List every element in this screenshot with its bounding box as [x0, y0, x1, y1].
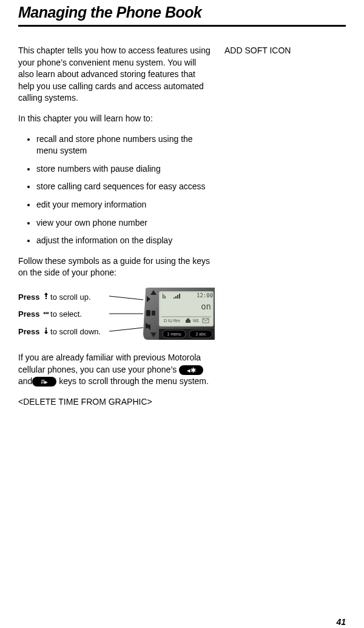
- svg-text:1 menu: 1 menu: [167, 332, 181, 336]
- svg-text:D IU Rm: D IU Rm: [164, 319, 180, 323]
- svg-line-6: [109, 328, 143, 331]
- phone-illustration: 12:00 on D IU Rm NS 1: [143, 288, 216, 342]
- scroll-up-icon: [42, 292, 50, 303]
- svg-rect-2: [47, 312, 49, 314]
- svg-rect-19: [174, 297, 175, 299]
- follow-symbols-paragraph: Follow these symbols as a guide for usin…: [18, 255, 212, 279]
- press-label: Press: [18, 309, 39, 320]
- list-item: store calling card sequences for easy ac…: [36, 181, 212, 193]
- svg-rect-3: [46, 328, 47, 329]
- diagram-row-up: Press to scroll up.: [18, 292, 109, 303]
- after-text-a: If you are already familiar with previou…: [18, 353, 201, 374]
- intro-paragraph-1: This chapter tells you how to access fea…: [18, 45, 212, 104]
- after-diagram-paragraph: If you are already familiar with previou…: [18, 352, 212, 388]
- svg-rect-17: [164, 295, 164, 299]
- scroll-down-icon: [42, 327, 50, 337]
- svg-text:2 abc: 2 abc: [195, 332, 206, 336]
- list-item: store numbers with pause dialing: [36, 163, 212, 175]
- after-text-b: keys to scroll through the menu system.: [56, 376, 209, 386]
- select-dot-icon: [42, 309, 50, 320]
- intro-paragraph-2: In this chapter you will learn how to:: [18, 113, 212, 125]
- star-key-icon: ◂✱: [179, 365, 203, 375]
- svg-rect-16: [163, 294, 163, 299]
- list-item: adjust the information on the display: [36, 235, 212, 247]
- svg-text:12:00: 12:00: [197, 292, 213, 299]
- svg-rect-0: [46, 298, 47, 299]
- svg-rect-1: [46, 312, 47, 314]
- svg-rect-22: [179, 294, 180, 299]
- list-item: edit your memory information: [36, 199, 212, 211]
- diagram-row-down: Press to scroll down.: [18, 327, 109, 337]
- svg-text:NS: NS: [193, 319, 199, 323]
- svg-rect-20: [175, 296, 177, 299]
- list-item: recall and store phone numbers using the…: [36, 133, 212, 157]
- diagram-text: to scroll up.: [50, 292, 90, 303]
- page-number: 41: [336, 617, 346, 627]
- side-note: ADD SOFT ICON: [224, 45, 346, 416]
- diagram-text: to select.: [50, 309, 82, 320]
- list-item: view your own phone number: [36, 217, 212, 229]
- svg-line-4: [109, 296, 143, 300]
- diagram-row-select: Press to select.: [18, 309, 109, 320]
- delete-note: <DELETE TIME FROM GRAPHIC>: [18, 396, 212, 408]
- svg-rect-8: [146, 310, 150, 316]
- svg-rect-12: [152, 311, 155, 316]
- and-word: and: [18, 376, 32, 386]
- svg-rect-21: [177, 295, 178, 299]
- svg-rect-18: [165, 296, 166, 299]
- phone-diagram: Press to scroll up. Press to s: [18, 288, 212, 342]
- bullet-list: recall and store phone numbers using the…: [18, 133, 212, 247]
- press-label: Press: [18, 327, 39, 337]
- press-label: Press: [18, 292, 39, 303]
- hash-key-icon: #▸: [32, 377, 56, 387]
- svg-text:on: on: [201, 302, 211, 311]
- diagram-text: to scroll down.: [50, 327, 101, 337]
- page-title: Managing the Phone Book: [18, 4, 346, 27]
